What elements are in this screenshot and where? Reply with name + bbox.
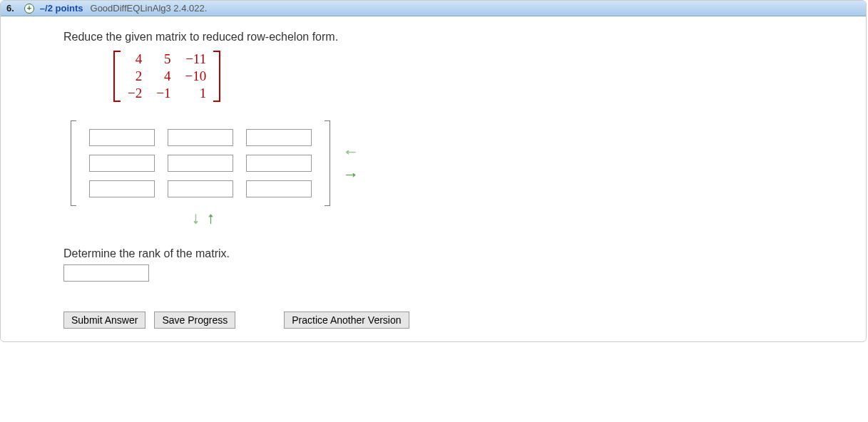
row-arrow-group: ↓ ↑ — [192, 210, 852, 226]
add-row-icon[interactable]: ↓ — [192, 210, 200, 226]
matrix-cell: 1 — [178, 85, 213, 102]
column-arrow-group: ← → — [343, 144, 359, 182]
answer-cell-input[interactable] — [89, 155, 155, 172]
question-container: 6. + –/2 points GoodDiffEQLinAlg3 2.4.02… — [0, 0, 867, 342]
answer-cell-input[interactable] — [246, 129, 312, 146]
table-row — [89, 180, 312, 197]
submit-answer-button[interactable]: Submit Answer — [63, 312, 145, 329]
add-column-icon[interactable]: → — [343, 167, 359, 182]
matrix-cell: −2 — [121, 85, 149, 102]
question-number: 6. — [6, 3, 14, 14]
matrix-cell: −1 — [149, 85, 178, 102]
answer-cell-input[interactable] — [168, 129, 233, 146]
question-body: Reduce the given matrix to reduced row-e… — [1, 16, 866, 341]
answer-cell-input[interactable] — [168, 180, 233, 197]
matrix-table: 4 5 −11 2 4 −10 −2 −1 1 — [121, 51, 213, 102]
question-header: 6. + –/2 points GoodDiffEQLinAlg3 2.4.02… — [1, 1, 866, 16]
answer-grid — [76, 120, 325, 206]
bracket-left-icon — [71, 120, 76, 206]
matrix-cell: 4 — [121, 51, 149, 68]
answer-matrix — [71, 120, 330, 206]
rank-input[interactable] — [63, 264, 149, 282]
table-row — [89, 129, 312, 146]
bracket-right-icon — [325, 120, 330, 206]
matrix-cell: 4 — [149, 68, 178, 85]
matrix-cell: −11 — [178, 51, 213, 68]
matrix-cell: −10 — [178, 68, 213, 85]
answer-cell-input[interactable] — [246, 180, 312, 197]
bracket-left-icon — [113, 51, 121, 102]
answer-cell-input[interactable] — [89, 180, 155, 197]
practice-another-button[interactable]: Practice Another Version — [284, 312, 409, 329]
bracket-right-icon — [213, 51, 220, 102]
remove-row-icon[interactable]: ↑ — [207, 210, 215, 226]
answer-cell-input[interactable] — [246, 155, 312, 172]
matrix-cell: 2 — [121, 68, 149, 85]
prompt-rank: Determine the rank of the matrix. — [63, 247, 852, 260]
prompt-reduce: Reduce the given matrix to reduced row-e… — [63, 31, 852, 43]
given-matrix: 4 5 −11 2 4 −10 −2 −1 1 — [113, 51, 220, 102]
save-progress-button[interactable]: Save Progress — [154, 312, 235, 329]
answer-cell-input[interactable] — [89, 129, 155, 146]
question-source: GoodDiffEQLinAlg3 2.4.022. — [91, 3, 208, 14]
answer-matrix-wrap: ← → — [71, 120, 852, 206]
button-row: Submit Answer Save Progress Practice Ano… — [63, 312, 852, 329]
matrix-cell: 5 — [149, 51, 178, 68]
expand-icon[interactable]: + — [24, 4, 34, 14]
points-label: –/2 points — [40, 3, 83, 14]
table-row — [89, 155, 312, 172]
remove-column-icon[interactable]: ← — [343, 144, 359, 160]
answer-cell-input[interactable] — [168, 155, 233, 172]
